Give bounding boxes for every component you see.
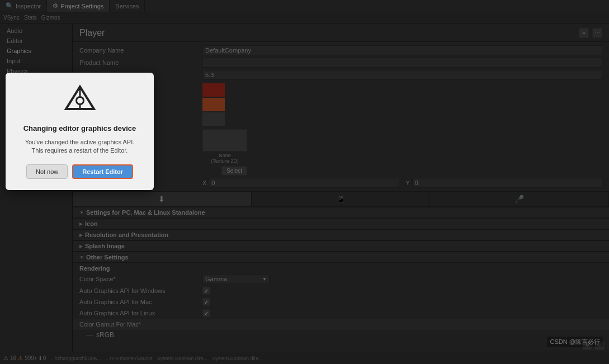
not-now-button[interactable]: Not now [26,164,68,179]
dialog-message: You've changed the active graphics API. … [17,138,143,155]
dialog-buttons: Not now Restart Editor [17,164,143,179]
unity-logo [63,84,97,117]
dialog-title: Changing editor graphics device [17,124,143,133]
svg-point-5 [77,98,83,103]
restart-editor-button[interactable]: Restart Editor [72,164,133,179]
dialog: Changing editor graphics device You've c… [6,73,154,190]
dialog-overlay: Changing editor graphics device You've c… [0,0,609,364]
